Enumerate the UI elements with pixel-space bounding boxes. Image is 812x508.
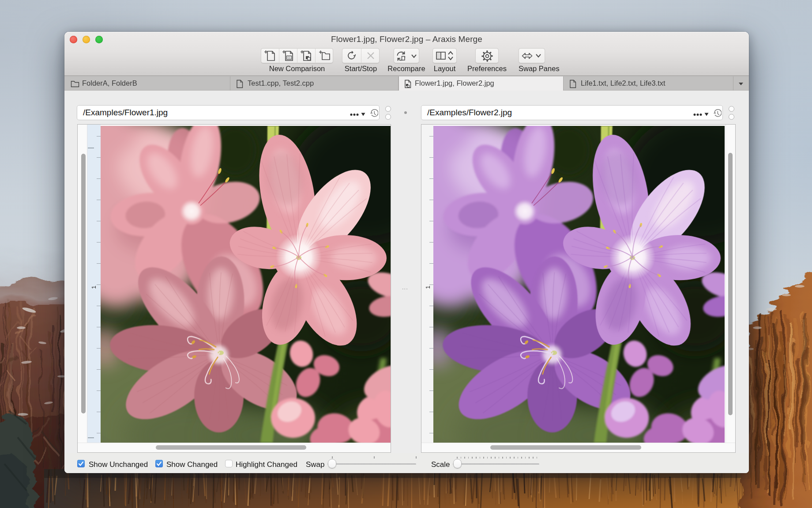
svg-text:01: 01: [287, 56, 291, 59]
